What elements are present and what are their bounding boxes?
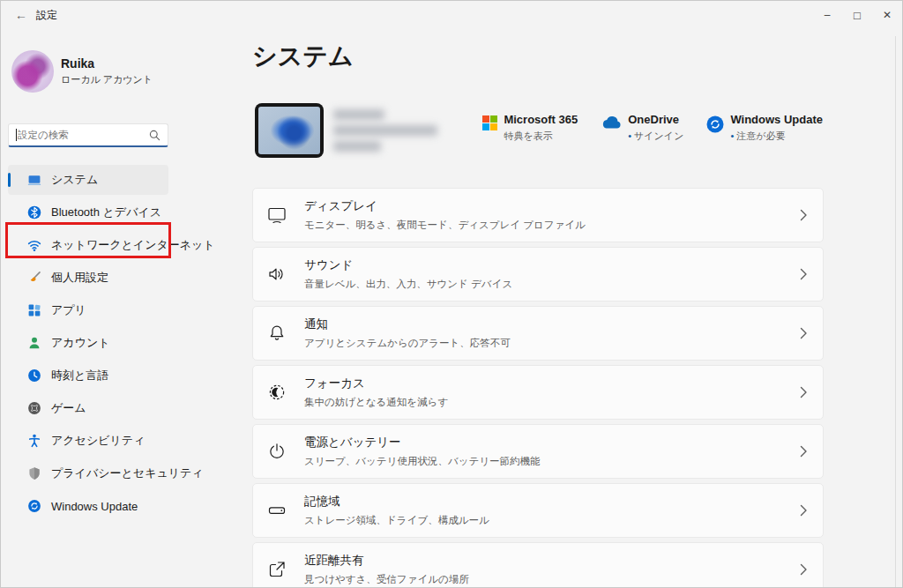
status-card-subtitle: サインイン [634, 130, 683, 141]
profile-section: Ruika ローカル アカウント [11, 50, 153, 93]
close-icon: ✕ [883, 9, 892, 21]
network-icon [27, 238, 41, 252]
microsoft-365-card[interactable]: Microsoft 365 特典を表示 [482, 113, 578, 143]
sidebar-item-gaming[interactable]: ゲーム [8, 393, 168, 423]
settings-row-notifications[interactable]: 通知 アプリとシステムからのアラート、応答不可 [252, 306, 824, 361]
search-placeholder: 設定の検索 [18, 129, 149, 142]
privacy-shield-icon [27, 466, 41, 480]
settings-list: ディスプレイ モニター、明るさ、夜間モード、ディスプレイ プロファイル サウンド… [252, 188, 824, 588]
back-button[interactable]: ← [10, 4, 33, 26]
sidebar-item-accounts[interactable]: アカウント [8, 328, 168, 358]
sidebar-item-apps[interactable]: アプリ [8, 295, 168, 325]
search-icon [149, 130, 160, 141]
settings-row-display[interactable]: ディスプレイ モニター、明るさ、夜間モード、ディスプレイ プロファイル [252, 188, 824, 242]
settings-row-sound[interactable]: サウンド 音量レベル、出力、入力、サウンド デバイス [252, 247, 824, 301]
sidebar-item-label: プライバシーとセキュリティ [51, 465, 204, 481]
display-icon [266, 205, 287, 226]
main-content: システム Microsoft 365 特典を表示 [252, 29, 902, 587]
windows-update-card[interactable]: Windows Update •注意が必要 [706, 113, 823, 143]
close-button[interactable]: ✕ [872, 1, 902, 29]
device-name-blurred [333, 109, 384, 120]
chevron-right-icon [800, 563, 808, 576]
focus-icon [266, 382, 287, 403]
profile-name: Ruika [61, 56, 153, 71]
status-cards: Microsoft 365 特典を表示 OneDrive •サインイン [482, 113, 823, 143]
maximize-icon: □ [854, 9, 861, 22]
settings-row-nearby-sharing[interactable]: 近距離共有 見つけやすさ、受信ファイルの場所 [252, 542, 824, 588]
scrollbar-track[interactable] [895, 36, 896, 587]
sidebar-item-accessibility[interactable]: アクセシビリティ [8, 426, 168, 456]
settings-row-title: 記憶域 [304, 494, 489, 510]
sidebar: Ruika ローカル アカウント 設定の検索 システム [1, 29, 239, 587]
sidebar-item-label: アプリ [51, 302, 86, 318]
settings-row-subtitle: アプリとシステムからのアラート、応答不可 [304, 337, 511, 350]
gaming-icon [27, 401, 41, 415]
search-input[interactable]: 設定の検索 [8, 123, 168, 147]
nearby-share-icon [266, 559, 287, 580]
sidebar-item-personalization[interactable]: 個人用設定 [8, 263, 168, 293]
sidebar-item-label: アカウント [51, 335, 110, 351]
onedrive-card[interactable]: OneDrive •サインイン [601, 113, 683, 143]
sidebar-item-network-internet[interactable]: ネットワークとインターネット [8, 230, 168, 260]
bluetooth-icon [27, 205, 41, 220]
minimize-button[interactable]: – [812, 1, 842, 29]
settings-row-title: 電源とバッテリー [304, 435, 540, 450]
sidebar-item-time-language[interactable]: 時刻と言語 [8, 361, 168, 391]
settings-window: ← 設定 – □ ✕ Ruika ローカル アカウント 設定の検索 [0, 0, 903, 588]
sidebar-item-bluetooth-devices[interactable]: Bluetooth とデバイス [8, 197, 168, 227]
personalization-icon [27, 271, 41, 285]
sidebar-item-system[interactable]: システム [8, 165, 168, 195]
settings-row-focus[interactable]: フォーカス 集中の妨げとなる通知を減らす [252, 365, 824, 420]
settings-row-subtitle: 集中の妨げとなる通知を減らす [304, 396, 448, 409]
status-bullet: • [628, 130, 631, 141]
settings-row-title: ディスプレイ [304, 198, 586, 214]
settings-row-subtitle: 見つけやすさ、受信ファイルの場所 [304, 573, 469, 586]
chevron-right-icon [800, 209, 808, 221]
onedrive-icon [601, 115, 622, 133]
microsoft-365-icon [482, 115, 497, 130]
time-language-icon [27, 368, 41, 383]
chevron-right-icon [800, 386, 808, 398]
status-card-title: Microsoft 365 [504, 113, 578, 126]
sidebar-item-label: Bluetooth とデバイス [51, 205, 161, 220]
profile-account-type: ローカル アカウント [61, 73, 153, 86]
avatar [11, 50, 54, 93]
settings-row-title: フォーカス [304, 376, 448, 391]
sidebar-item-label: アクセシビリティ [51, 433, 145, 449]
settings-row-title: 通知 [304, 316, 511, 332]
settings-row-power-battery[interactable]: 電源とバッテリー スリープ、バッテリ使用状況、バッテリー節約機能 [252, 424, 824, 479]
text-caret [16, 129, 17, 141]
chevron-right-icon [800, 327, 808, 339]
settings-row-title: サウンド [304, 257, 512, 273]
sidebar-item-label: ゲーム [51, 400, 86, 416]
system-icon [27, 173, 41, 187]
settings-row-storage[interactable]: 記憶域 ストレージ領域、ドライブ、構成ルール [252, 483, 824, 538]
accessibility-icon [27, 434, 41, 448]
settings-row-subtitle: 音量レベル、出力、入力、サウンド デバイス [304, 278, 512, 291]
windows-update-icon [27, 499, 41, 513]
status-card-subtitle: 特典を表示 [504, 130, 552, 141]
device-wallpaper [258, 107, 320, 154]
sidebar-nav: システム Bluetooth とデバイス ネットワークとインターネット [8, 165, 168, 521]
sidebar-item-privacy-security[interactable]: プライバシーとセキュリティ [8, 458, 168, 488]
sidebar-item-windows-update[interactable]: Windows Update [8, 491, 168, 521]
power-icon [266, 441, 287, 462]
device-image [255, 103, 324, 158]
chevron-right-icon [800, 504, 808, 517]
settings-row-title: 近距離共有 [304, 553, 469, 569]
back-arrow-icon: ← [15, 8, 27, 22]
sidebar-item-label: Windows Update [51, 500, 138, 513]
minimize-icon: – [825, 9, 831, 21]
sidebar-item-label: 個人用設定 [51, 270, 108, 286]
selected-accent-bar [8, 173, 11, 187]
sidebar-item-label: ネットワークとインターネット [51, 237, 215, 253]
status-bullet: • [730, 130, 734, 141]
device-model-blurred [333, 125, 437, 136]
page-title: システム [252, 40, 354, 73]
app-title: 設定 [36, 8, 57, 23]
windows-update-status-icon [706, 115, 724, 137]
notifications-bell-icon [266, 323, 287, 344]
settings-row-subtitle: スリープ、バッテリ使用状況、バッテリー節約機能 [304, 455, 540, 468]
maximize-button[interactable]: □ [842, 1, 872, 29]
device-rename-blurred [333, 141, 381, 152]
